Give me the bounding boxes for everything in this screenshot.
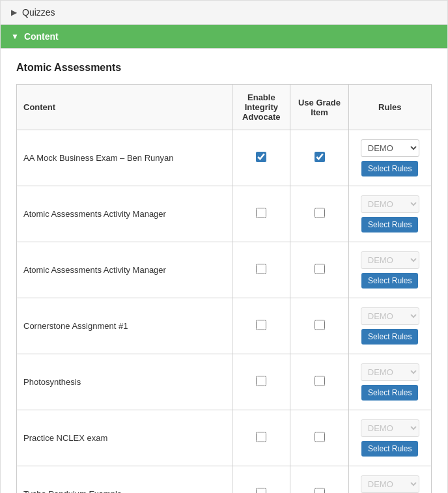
row-rules-cell: DEMOSelect Rules: [348, 410, 431, 466]
enable-integrity-checkbox[interactable]: [256, 264, 266, 274]
use-grade-checkbox[interactable]: [315, 432, 325, 442]
atomic-assessments-title: Atomic Assessments: [16, 62, 432, 74]
row-use-grade-cell[interactable]: [290, 242, 348, 298]
select-rules-button[interactable]: Select Rules: [361, 273, 418, 289]
table-row: Cornerstone Assignment #1DEMOSelect Rule…: [17, 298, 432, 354]
use-grade-checkbox[interactable]: [315, 208, 325, 218]
row-content-name: Atomic Assessments Activity Manager: [17, 242, 232, 298]
row-content-name: Practice NCLEX exam: [17, 410, 232, 466]
row-rules-cell: DEMOSelect Rules: [348, 298, 431, 354]
use-grade-checkbox[interactable]: [315, 320, 325, 330]
content-section-label: Content: [24, 31, 59, 42]
rules-wrapper: DEMOSelect Rules: [356, 195, 425, 232]
use-grade-checkbox[interactable]: [315, 264, 325, 274]
content-section-header[interactable]: ▼ Content: [1, 25, 447, 49]
row-content-name: Tycho Pendulum Example: [17, 466, 232, 494]
col-header-use-grade: Use GradeItem: [290, 85, 348, 130]
enable-integrity-checkbox[interactable]: [256, 320, 266, 330]
select-rules-button[interactable]: Select Rules: [361, 441, 418, 457]
table-row: Tycho Pendulum ExampleDEMOSelect Rules: [17, 466, 432, 494]
rules-wrapper: DEMOSelect Rules: [356, 251, 425, 289]
demo-select[interactable]: DEMO: [361, 251, 419, 269]
col-header-content: Content: [17, 85, 232, 130]
content-body: Atomic Assessments Content EnableIntegri…: [1, 49, 447, 493]
content-table: Content EnableIntegrityAdvocate Use Grad…: [16, 84, 432, 493]
table-row: Atomic Assessments Activity ManagerDEMOS…: [17, 242, 432, 298]
select-rules-button[interactable]: Select Rules: [361, 217, 418, 232]
row-rules-cell: DEMOSelect Rules: [348, 466, 431, 494]
table-row: PhotosynthesisDEMOSelect Rules: [17, 354, 432, 410]
row-rules-cell: DEMOSelect Rules: [348, 130, 431, 186]
row-content-name: Cornerstone Assignment #1: [17, 298, 232, 354]
page-wrapper: ▶ Quizzes ▼ Content Atomic Assessments C…: [0, 0, 448, 493]
row-rules-cell: DEMOSelect Rules: [348, 242, 431, 298]
content-arrow-icon: ▼: [11, 32, 19, 41]
col-header-enable-integrity: EnableIntegrityAdvocate: [232, 85, 290, 130]
row-enable-integrity-cell[interactable]: [232, 298, 290, 354]
rules-wrapper: DEMOSelect Rules: [356, 475, 425, 493]
quizzes-section-header[interactable]: ▶ Quizzes: [1, 1, 447, 25]
select-rules-button[interactable]: Select Rules: [361, 329, 418, 345]
rules-wrapper: DEMOSelect Rules: [356, 419, 425, 457]
rules-wrapper: DEMOSelect Rules: [356, 307, 425, 345]
table-row: Atomic Assessments Activity ManagerDEMOS…: [17, 186, 432, 242]
rules-wrapper: DEMOSelect Rules: [356, 363, 425, 401]
row-enable-integrity-cell[interactable]: [232, 410, 290, 466]
use-grade-checkbox[interactable]: [315, 488, 325, 493]
demo-select[interactable]: DEMO: [361, 419, 419, 437]
row-enable-integrity-cell[interactable]: [232, 130, 290, 186]
row-enable-integrity-cell[interactable]: [232, 242, 290, 298]
col-header-rules: Rules: [348, 85, 431, 130]
enable-integrity-checkbox[interactable]: [256, 432, 266, 442]
enable-integrity-checkbox[interactable]: [256, 208, 266, 218]
row-use-grade-cell[interactable]: [290, 354, 348, 410]
select-rules-button[interactable]: Select Rules: [361, 385, 418, 401]
row-content-name: AA Mock Business Exam – Ben Runyan: [17, 130, 232, 186]
table-header-row: Content EnableIntegrityAdvocate Use Grad…: [17, 85, 432, 130]
row-enable-integrity-cell[interactable]: [232, 354, 290, 410]
row-use-grade-cell[interactable]: [290, 130, 348, 186]
row-use-grade-cell[interactable]: [290, 298, 348, 354]
demo-select[interactable]: DEMO: [361, 363, 419, 381]
rules-wrapper: DEMOSelect Rules: [356, 139, 425, 176]
row-use-grade-cell[interactable]: [290, 410, 348, 466]
demo-select[interactable]: DEMO: [361, 307, 419, 325]
row-rules-cell: DEMOSelect Rules: [348, 354, 431, 410]
row-content-name: Atomic Assessments Activity Manager: [17, 186, 232, 242]
enable-integrity-checkbox[interactable]: [256, 152, 266, 162]
demo-select[interactable]: DEMO: [361, 139, 419, 157]
table-row: AA Mock Business Exam – Ben RunyanDEMOSe…: [17, 130, 432, 186]
quizzes-section-label: Quizzes: [22, 7, 55, 18]
use-grade-checkbox[interactable]: [315, 152, 325, 162]
row-enable-integrity-cell[interactable]: [232, 186, 290, 242]
row-rules-cell: DEMOSelect Rules: [348, 186, 431, 242]
enable-integrity-checkbox[interactable]: [256, 488, 266, 493]
row-use-grade-cell[interactable]: [290, 186, 348, 242]
row-enable-integrity-cell[interactable]: [232, 466, 290, 494]
quizzes-arrow-icon: ▶: [11, 8, 17, 17]
enable-integrity-checkbox[interactable]: [256, 376, 266, 386]
row-content-name: Photosynthesis: [17, 354, 232, 410]
table-row: Practice NCLEX examDEMOSelect Rules: [17, 410, 432, 466]
demo-select[interactable]: DEMO: [361, 195, 419, 213]
use-grade-checkbox[interactable]: [315, 376, 325, 386]
demo-select[interactable]: DEMO: [361, 475, 419, 493]
select-rules-button[interactable]: Select Rules: [361, 161, 418, 176]
row-use-grade-cell[interactable]: [290, 466, 348, 494]
